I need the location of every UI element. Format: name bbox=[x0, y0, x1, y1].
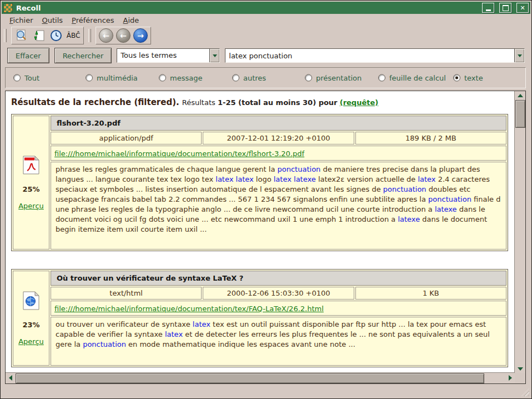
filetype-filter-frame: Tout multimédia message autres présentat… bbox=[5, 67, 526, 88]
result-1-main: flshort-3.20.pdf application/pdf 2007-12… bbox=[51, 116, 506, 250]
filter-radio-multimedia[interactable]: multimédia bbox=[86, 74, 138, 82]
filter-radio-texte[interactable]: texte bbox=[453, 74, 483, 82]
clear-button[interactable]: Effacer bbox=[7, 48, 49, 63]
maximize-button[interactable] bbox=[499, 3, 511, 13]
arrow-left-icon bbox=[9, 375, 12, 381]
filter-radio-feuille-de-calcul[interactable]: feuille de calcul bbox=[378, 74, 446, 82]
minimize-icon bbox=[486, 9, 491, 11]
scroll-down-button[interactable] bbox=[515, 365, 525, 373]
clear-search-icon[interactable] bbox=[14, 28, 29, 43]
statusbar bbox=[2, 384, 530, 397]
result-title: flshort-3.20.pdf bbox=[51, 116, 506, 131]
pdf-file-icon bbox=[23, 156, 39, 177]
result-entry-1: 25% Aperçu flshort-3.20.pdf application/… bbox=[11, 114, 508, 251]
horizontal-scrollbar[interactable] bbox=[6, 372, 515, 383]
maximize-icon bbox=[503, 5, 509, 11]
menu-preferences[interactable]: Préférences bbox=[67, 15, 118, 26]
result-meta-row: text/html 2000-12-06 15:03:30 +0100 1 KB bbox=[51, 287, 506, 300]
menu-fichier[interactable]: Fichier bbox=[5, 15, 38, 26]
vertical-scrollbar[interactable] bbox=[514, 91, 525, 373]
result-url-row: file:///home/michael/informatique/docume… bbox=[51, 301, 506, 316]
next-page-icon[interactable]: → bbox=[133, 28, 148, 43]
result-date: 2007-12-01 12:19:20 +0100 bbox=[203, 132, 354, 144]
preview-link[interactable]: Aperçu bbox=[18, 337, 44, 346]
result-meta-row: application/pdf 2007-12-01 12:19:20 +010… bbox=[51, 132, 506, 144]
radio-icon[interactable] bbox=[378, 74, 385, 82]
filter-radio-message[interactable]: message bbox=[159, 74, 202, 82]
radio-icon[interactable] bbox=[159, 74, 166, 82]
toolbar: ÂBĈ ← ← → bbox=[2, 26, 530, 45]
previous-page-icon[interactable]: ← bbox=[116, 28, 131, 43]
radio-icon[interactable] bbox=[13, 74, 21, 82]
scroll-left-button[interactable] bbox=[6, 373, 15, 382]
search-button[interactable]: Rechercher bbox=[54, 48, 112, 63]
sort-by-date-clock-icon[interactable] bbox=[49, 28, 63, 43]
scrollbar-corner bbox=[515, 373, 525, 383]
relevance-percent: 23% bbox=[22, 321, 39, 329]
result-title: Où trouver un vérificateur de syntaxe La… bbox=[51, 271, 506, 286]
html-file-icon bbox=[23, 291, 39, 312]
relevance-percent: 25% bbox=[22, 185, 39, 193]
menu-outils[interactable]: Outils bbox=[38, 15, 68, 26]
chevron-down-icon[interactable] bbox=[209, 49, 219, 62]
update-index-icon[interactable] bbox=[32, 28, 46, 43]
scroll-right-button[interactable] bbox=[505, 373, 515, 382]
first-page-icon[interactable]: ← bbox=[99, 28, 113, 43]
close-icon: ✕ bbox=[520, 5, 525, 11]
arrow-up-icon bbox=[518, 94, 523, 97]
results-title: Résultats de la recherche (filtered). bbox=[11, 97, 179, 107]
result-mime-type: application/pdf bbox=[51, 132, 202, 144]
toolbar-group-navigation: ← ← → bbox=[96, 27, 151, 44]
search-mode-combobox[interactable]: Tous les termes bbox=[117, 48, 220, 63]
menubar: Fichier Outils Préférences Aide bbox=[2, 14, 530, 26]
query-combobox bbox=[225, 48, 525, 63]
arrow-down-icon bbox=[518, 367, 523, 371]
vertical-scrollbar-thumb[interactable] bbox=[515, 100, 525, 128]
result-url-link[interactable]: file:///home/michael/informatique/docume… bbox=[54, 149, 304, 158]
results-range: Résultats 1-25 (total au moins 30) pour … bbox=[182, 98, 378, 107]
term-explorer-abc-icon[interactable]: ÂBĈ bbox=[66, 28, 81, 43]
resize-grip-icon[interactable] bbox=[521, 388, 529, 396]
filter-radio-presentation[interactable]: présentation bbox=[305, 74, 362, 82]
menu-aide[interactable]: Aide bbox=[119, 15, 144, 26]
titlebar: Recoll ✕ bbox=[2, 2, 530, 14]
radio-icon[interactable] bbox=[232, 74, 239, 82]
result-snippet: phrase les regles grammaticales de chaqu… bbox=[51, 162, 506, 250]
toolbar-group-tools: ÂBĈ bbox=[11, 27, 84, 44]
result-entry-2: 23% Aperçu Où trouver un vérificateur de… bbox=[11, 269, 508, 367]
radio-icon[interactable] bbox=[305, 74, 312, 82]
app-icon bbox=[3, 3, 13, 13]
result-1-side: 25% Aperçu bbox=[13, 116, 49, 250]
window-title: Recoll bbox=[16, 4, 477, 12]
result-url-row: file:///home/michael/informatique/docume… bbox=[51, 146, 506, 161]
search-input[interactable] bbox=[225, 49, 514, 62]
horizontal-scrollbar-thumb[interactable] bbox=[16, 373, 484, 383]
radio-icon[interactable] bbox=[453, 74, 460, 82]
scroll-up-button[interactable] bbox=[515, 91, 525, 99]
toolbar-grip[interactable] bbox=[4, 29, 7, 42]
search-row: Effacer Rechercher Tous les termes bbox=[2, 45, 530, 66]
toolbar-grip[interactable] bbox=[88, 29, 91, 42]
recoll-window: Recoll ✕ Fichier Outils Préférences Aide bbox=[0, 0, 532, 399]
minimize-button[interactable] bbox=[482, 3, 494, 13]
result-url-link[interactable]: file:///home/michael/informatique/docume… bbox=[54, 305, 324, 313]
filter-radio-autres[interactable]: autres bbox=[232, 74, 266, 82]
result-date: 2000-12-06 15:03:30 +0100 bbox=[203, 287, 354, 300]
results-frame: Résultats de la recherche (filtered). Ré… bbox=[5, 91, 526, 384]
filter-radio-tout[interactable]: Tout bbox=[13, 74, 39, 82]
result-2-side: 23% Aperçu bbox=[13, 271, 49, 366]
radio-icon[interactable] bbox=[86, 74, 93, 82]
result-size: 1 KB bbox=[355, 287, 506, 300]
search-mode-value: Tous les termes bbox=[117, 49, 209, 62]
result-mime-type: text/html bbox=[51, 287, 202, 300]
result-snippet: ou trouver un verificateur de syntaxe la… bbox=[51, 317, 506, 366]
chevron-down-icon[interactable] bbox=[514, 49, 524, 62]
results-list: Résultats de la recherche (filtered). Ré… bbox=[6, 91, 515, 373]
preview-link[interactable]: Aperçu bbox=[18, 202, 44, 210]
query-link[interactable]: (requête) bbox=[340, 98, 379, 107]
results-header: Résultats de la recherche (filtered). Ré… bbox=[11, 97, 510, 107]
result-2-main: Où trouver un vérificateur de syntaxe La… bbox=[51, 271, 506, 366]
close-button[interactable]: ✕ bbox=[516, 3, 529, 13]
arrow-right-icon bbox=[509, 375, 512, 381]
result-size: 189 KB / 2 MB bbox=[355, 132, 506, 144]
